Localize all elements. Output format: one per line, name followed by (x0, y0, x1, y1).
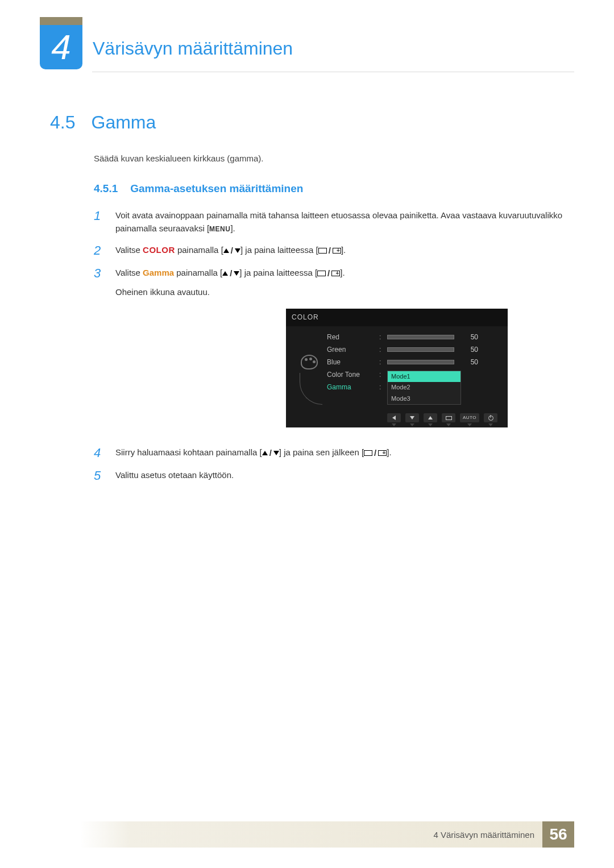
slider-blue (387, 360, 454, 364)
header-divider (92, 72, 574, 72)
subsection-heading: 4.5.1 Gamma-asetuksen määrittäminen (40, 182, 574, 195)
osd-enter-icon (442, 413, 455, 422)
osd-power-icon (484, 413, 497, 422)
osd-auto-icon: AUTO (460, 413, 479, 422)
step-1: 1 Voit avata avainoppaan painamalla mitä… (94, 209, 574, 235)
osd-category-icon (292, 331, 327, 405)
step-text: Valittu asetus otetaan käyttöön. (115, 468, 574, 481)
step-2: 2 Valitse COLOR painamalla [/] ja paina … (94, 243, 574, 258)
subsection-number: 4.5.1 (94, 182, 118, 195)
step-number: 1 (94, 209, 105, 223)
footer-label: 4 Värisävyn määrittäminen (40, 821, 542, 848)
gamma-option-mode1: Mode1 (388, 371, 460, 382)
osd-title: COLOR (286, 309, 508, 326)
up-down-icon: / (262, 446, 279, 459)
osd-row-red: Red : 50 (327, 331, 502, 343)
source-enter-icon: / (317, 267, 340, 280)
chapter-number: 4 (51, 30, 70, 65)
section-intro: Säädä kuvan keskialueen kirkkaus (gamma)… (40, 153, 574, 163)
step-number: 4 (94, 446, 105, 460)
section-number: 4.5 (50, 112, 75, 133)
step-5: 5 Valittu asetus otetaan käyttöön. (94, 468, 574, 483)
gamma-dropdown: Mode1 Mode2 Mode3 (387, 371, 461, 404)
steps-list: 1 Voit avata avainoppaan painamalla mitä… (40, 209, 574, 483)
up-down-icon: / (223, 244, 240, 257)
gamma-keyword: Gamma (143, 268, 174, 277)
step-number: 3 (94, 266, 105, 281)
step-text: Siirry haluamaasi kohtaan painamalla [/]… (115, 446, 574, 460)
osd-menu: COLOR Red : 50 (286, 309, 508, 427)
step-3: 3 Valitse Gamma painamalla [/] ja paina … (94, 266, 574, 438)
step-text: Valitse COLOR painamalla [/] ja paina la… (115, 243, 574, 258)
osd-up-icon (424, 413, 437, 422)
source-enter-icon: / (364, 446, 387, 459)
osd-back-icon (387, 413, 401, 422)
step-subtext: Oheinen ikkuna avautuu. (115, 285, 574, 298)
manual-page: 4 Värisävyn määrittäminen 4.5 Gamma Sääd… (0, 0, 614, 868)
step-number: 5 (94, 468, 105, 483)
step-number: 2 (94, 243, 105, 258)
up-down-icon: / (222, 267, 239, 280)
step-text: Valitse Gamma painamalla [/] ja paina la… (115, 266, 574, 438)
subsection-title: Gamma-asetuksen määrittäminen (130, 182, 303, 195)
section-title: Gamma (91, 112, 156, 133)
section-heading: 4.5 Gamma (40, 112, 574, 133)
osd-figure: COLOR Red : 50 (286, 309, 508, 427)
step-4: 4 Siirry haluamaasi kohtaan painamalla [… (94, 446, 574, 460)
source-enter-icon: / (318, 244, 341, 257)
page-number: 56 (542, 821, 574, 848)
osd-row-blue: Blue : 50 (327, 356, 502, 368)
page-footer: 4 Värisävyn määrittäminen 56 (40, 821, 574, 848)
menu-keyword: MENU (209, 225, 230, 233)
color-keyword: COLOR (143, 245, 175, 255)
gamma-option-mode3: Mode3 (388, 393, 460, 404)
osd-down-icon (405, 413, 419, 422)
slider-red (387, 335, 454, 339)
chapter-title: Värisävyn määrittäminen (93, 28, 293, 59)
chapter-header: 4 Värisävyn määrittäminen (40, 17, 574, 69)
osd-footer: AUTO (286, 410, 508, 425)
osd-row-green: Green : 50 (327, 343, 502, 356)
gamma-option-mode2: Mode2 (388, 382, 460, 393)
slider-green (387, 347, 454, 352)
osd-row-gamma: Gamma : Mode1 Mode2 Mode3 (327, 381, 502, 393)
palette-icon (301, 355, 318, 369)
step-text: Voit avata avainoppaan painamalla mitä t… (115, 209, 574, 235)
chapter-badge: 4 (40, 17, 82, 69)
